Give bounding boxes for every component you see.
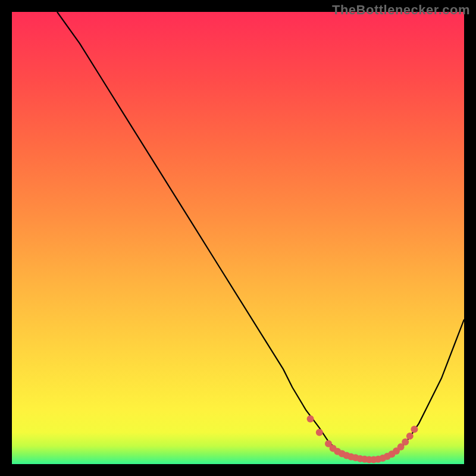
min-region-marker: [316, 429, 323, 436]
chart-frame: TheBottlenecker.com: [0, 0, 476, 476]
min-region-marker: [411, 425, 418, 433]
chart-background: [12, 12, 464, 464]
min-region-marker: [307, 415, 314, 422]
bottleneck-chart: [12, 12, 464, 464]
attribution-text: TheBottlenecker.com: [332, 2, 470, 18]
min-region-marker: [406, 433, 414, 440]
min-region-marker: [402, 439, 409, 446]
